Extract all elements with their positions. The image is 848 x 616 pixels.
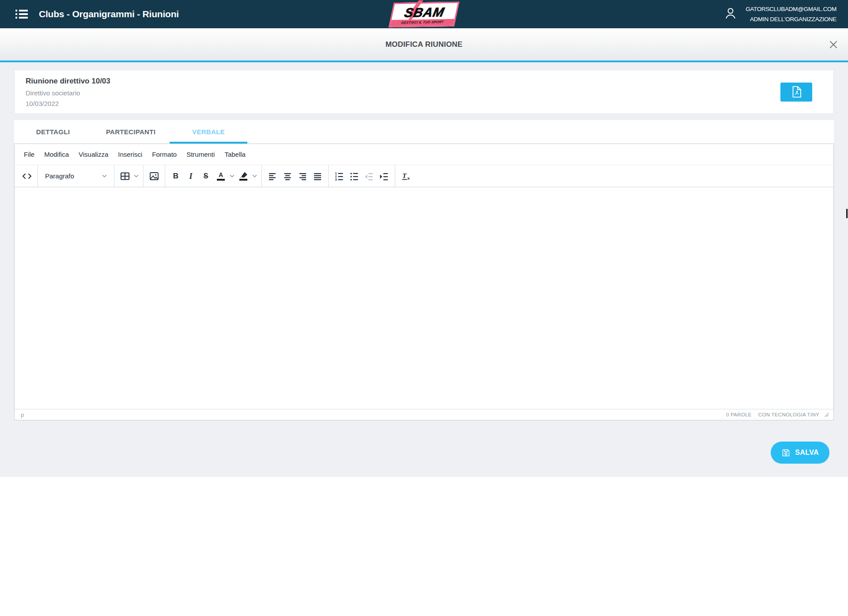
svg-text:×: ×	[407, 176, 410, 181]
action-bar: SALVA	[14, 442, 834, 464]
bold-icon: B	[173, 172, 178, 180]
tab-partecipanti[interactable]: PARTECIPANTI	[92, 120, 170, 144]
image-icon	[149, 171, 159, 181]
text-color-button[interactable]: A	[213, 169, 228, 184]
close-button[interactable]	[825, 36, 842, 53]
text-color-menu-button[interactable]	[228, 169, 236, 184]
tinymce-branding-link[interactable]: CON TECNOLOGIA TINY	[758, 412, 819, 417]
user-menu[interactable]: GATORSCLUBADM@GMAIL.COM ADMIN DELL'ORGAN…	[723, 6, 837, 22]
menu-strumenti[interactable]: Strumenti	[182, 148, 220, 161]
logo-tagline: GESTISCI IL TUO SPORT	[390, 19, 454, 26]
resize-grip-icon	[824, 412, 829, 417]
user-email: GATORSCLUBADM@GMAIL.COM	[746, 6, 837, 12]
mouse-cursor-artifact	[846, 209, 848, 218]
meeting-title: Riunione direttivo 10/03	[26, 77, 110, 86]
menu-modifica[interactable]: Modifica	[39, 148, 74, 161]
top-navbar: Clubs - Organigrammi - Riunioni SBAM GES…	[0, 0, 848, 28]
table-button[interactable]	[117, 169, 132, 184]
bold-button[interactable]: B	[168, 169, 183, 184]
source-code-icon	[22, 171, 32, 181]
italic-icon: I	[189, 172, 192, 180]
source-code-button[interactable]	[19, 169, 34, 184]
tab-verbale[interactable]: VERBALE	[170, 120, 247, 144]
export-pdf-button[interactable]	[780, 83, 812, 102]
highlight-color-menu-button[interactable]	[251, 169, 258, 184]
align-center-icon	[282, 171, 293, 181]
logo-text: SBAM	[403, 6, 446, 19]
table-menu-button[interactable]	[132, 169, 140, 184]
word-count[interactable]: 0 PAROLE	[726, 412, 752, 417]
user-role: ADMIN DELL'ORGANIZZAZIONE	[746, 16, 837, 23]
numbered-list-button[interactable]: 1 2 3	[332, 169, 347, 184]
menu-icon[interactable]	[15, 8, 28, 20]
chevron-down-icon	[102, 174, 107, 178]
align-right-button[interactable]	[295, 169, 310, 184]
svg-text:3: 3	[335, 178, 337, 181]
user-avatar-icon	[723, 6, 738, 22]
format-select-value: Paragrafo	[45, 172, 74, 180]
meeting-card: Riunione direttivo 10/03 Direttivo socie…	[14, 70, 834, 114]
tab-dettagli[interactable]: DETTAGLI	[14, 120, 92, 144]
outdent-button[interactable]	[362, 169, 377, 184]
menu-formato[interactable]: Formato	[147, 148, 182, 161]
bullet-list-icon	[349, 171, 360, 181]
outdent-icon	[364, 171, 375, 181]
align-left-icon	[267, 171, 278, 181]
align-center-button[interactable]	[280, 169, 295, 184]
indent-button[interactable]	[377, 169, 392, 184]
align-left-button[interactable]	[265, 169, 280, 184]
element-path[interactable]: p	[19, 412, 26, 418]
strikethrough-button[interactable]: S	[198, 169, 213, 184]
format-select[interactable]: Paragrafo	[41, 169, 111, 184]
menu-file[interactable]: File	[19, 148, 39, 161]
menu-inserisci[interactable]: Inserisci	[113, 148, 147, 161]
tab-bar: DETTAGLI PARTECIPANTI VERBALE	[14, 120, 834, 144]
save-icon	[781, 448, 791, 457]
editor-statusbar: p 0 PAROLE CON TECNOLOGIA TINY	[15, 409, 833, 420]
clear-formatting-button[interactable]: T ×	[398, 169, 413, 184]
highlighter-icon	[239, 172, 248, 181]
save-button[interactable]: SALVA	[771, 442, 829, 464]
insert-image-button[interactable]	[147, 169, 162, 184]
modal-body: Riunione direttivo 10/03 Direttivo socie…	[0, 62, 848, 477]
editor-menubar: File Modifica Visualizza Inserisci Forma…	[15, 144, 833, 165]
pdf-file-icon	[790, 85, 803, 98]
chevron-down-icon	[230, 174, 235, 178]
meeting-date: 10/03/2022	[26, 100, 110, 107]
highlight-color-button[interactable]	[236, 169, 251, 184]
chevron-down-icon	[252, 174, 257, 178]
modal-title: MODIFICA RIUNIONE	[386, 40, 463, 49]
menu-visualizza[interactable]: Visualizza	[74, 148, 113, 161]
sbam-logo: SBAM GESTISCI IL TUO SPORT	[391, 2, 457, 27]
justify-icon	[312, 171, 323, 181]
table-icon	[120, 171, 130, 181]
align-right-icon	[297, 171, 308, 181]
menu-tabella[interactable]: Tabella	[220, 148, 250, 161]
editor-content-area[interactable]	[15, 187, 833, 409]
bullet-list-button[interactable]	[347, 169, 362, 184]
italic-button[interactable]: I	[183, 169, 198, 184]
chevron-down-icon	[134, 174, 139, 178]
justify-button[interactable]	[310, 169, 325, 184]
svg-text:T: T	[402, 172, 407, 179]
editor-toolbar: Paragrafo	[15, 165, 833, 187]
clear-formatting-icon: T ×	[401, 171, 411, 181]
breadcrumb-title: Clubs - Organigrammi - Riunioni	[39, 9, 179, 19]
text-color-icon: A	[217, 172, 225, 181]
indent-icon	[379, 171, 390, 181]
editor-resize-handle[interactable]	[824, 412, 829, 417]
strikethrough-icon: S	[204, 173, 208, 180]
close-icon	[829, 40, 838, 49]
rich-text-editor: File Modifica Visualizza Inserisci Forma…	[14, 144, 834, 420]
modal-header: MODIFICA RIUNIONE	[0, 28, 848, 60]
numbered-list-icon: 1 2 3	[334, 171, 344, 181]
meeting-type: Direttivo societario	[26, 89, 110, 97]
